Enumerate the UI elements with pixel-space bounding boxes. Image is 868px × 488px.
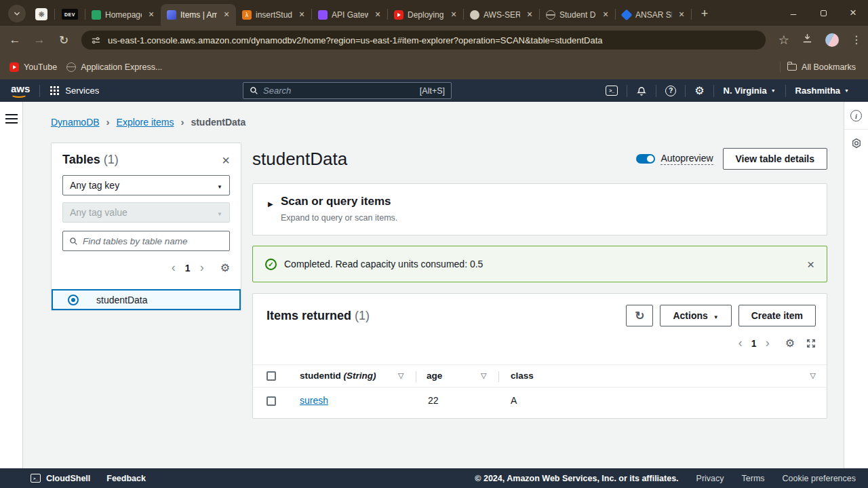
bookmark-application-express[interactable]: Application Express... [66, 62, 162, 72]
settings-button[interactable] [686, 84, 713, 97]
window-minimize-button[interactable] [778, 0, 808, 26]
tables-panel: Tables (1) Any tag key Any tag value [51, 143, 241, 311]
actions-dropdown-button[interactable]: Actions [660, 305, 731, 326]
find-tables-search[interactable] [62, 231, 230, 251]
back-button[interactable]: ← [5, 33, 24, 47]
items-returned-panel: Items returned (1) Actions Create item 1 [252, 293, 827, 419]
scan-query-section[interactable]: Scan or query items Expand to query or s… [252, 183, 827, 236]
create-item-button[interactable]: Create item [738, 305, 816, 326]
preferences-gear-icon[interactable] [785, 337, 795, 350]
radio-selected-icon[interactable] [68, 295, 79, 305]
next-page-icon[interactable] [200, 261, 204, 275]
tab-student-d[interactable]: Student D [540, 4, 615, 26]
column-header-studentid: studentid (String) [300, 371, 376, 381]
blue-diamond-icon [622, 10, 631, 20]
window-close-button[interactable] [838, 0, 868, 26]
console-search-input[interactable] [263, 86, 415, 96]
column-filter-icon[interactable] [481, 371, 486, 380]
tab-ansar[interactable]: ANSAR SH [616, 4, 691, 26]
page-number[interactable]: 1 [751, 338, 757, 349]
tab-search-button[interactable] [8, 5, 26, 22]
tab-close-icon[interactable] [296, 10, 307, 20]
tab-close-icon[interactable] [600, 10, 611, 20]
tab-close-icon[interactable] [146, 10, 157, 20]
cloudshell-label: CloudShell [46, 474, 90, 483]
terms-link[interactable]: Terms [742, 474, 765, 483]
breadcrumb-dynamodb[interactable]: DynamoDB [51, 117, 100, 128]
tab-close-icon[interactable] [372, 10, 383, 20]
tag-key-dropdown[interactable]: Any tag key [62, 175, 230, 195]
tab-api-gateway[interactable]: API Gatew [312, 4, 387, 26]
refresh-button[interactable] [626, 305, 653, 326]
tab-close-icon[interactable] [221, 10, 232, 20]
previous-page-icon[interactable] [738, 336, 743, 350]
banner-close-icon[interactable] [807, 258, 814, 271]
pinned-tab-dev[interactable]: DEV [55, 4, 85, 24]
select-all-checkbox[interactable] [267, 371, 276, 381]
reload-button[interactable] [54, 33, 73, 48]
search-icon [69, 237, 78, 246]
tab-close-icon[interactable] [448, 10, 459, 20]
forward-button[interactable]: → [30, 33, 49, 47]
feedback-link[interactable]: Feedback [106, 474, 146, 483]
tab-insertstudent[interactable]: insertStud [236, 4, 311, 26]
account-menu[interactable]: Rashmitha [786, 86, 859, 96]
next-page-icon[interactable] [766, 336, 770, 350]
help-button[interactable] [656, 86, 685, 96]
window-maximize-button[interactable] [808, 0, 838, 26]
console-search-box[interactable]: [Alt+S] [243, 82, 452, 99]
tab-close-icon[interactable] [676, 10, 687, 20]
new-tab-button[interactable] [696, 5, 713, 22]
pinned-tab-extension[interactable] [28, 4, 54, 24]
row-checkbox[interactable] [267, 396, 276, 406]
cloudshell-button[interactable] [597, 86, 627, 96]
column-filter-icon[interactable] [810, 371, 816, 380]
tag-value-value: Any tag value [70, 207, 127, 218]
preferences-gear-icon[interactable] [220, 261, 230, 274]
downloads-icon[interactable] [802, 33, 813, 48]
all-bookmarks-button[interactable]: All Bookmarks [787, 62, 856, 72]
cookie-preferences-link[interactable]: Cookie preferences [783, 474, 856, 483]
view-table-details-button[interactable]: View table details [723, 148, 827, 170]
aws-console-header: aws Services [Alt+S] N. Virginia [0, 79, 868, 102]
resources-hexagon-icon[interactable] [850, 137, 863, 152]
address-bar[interactable]: us-east-1.console.aws.amazon.com/dynamod… [81, 31, 766, 50]
items-table-header: studentid (String) age class [253, 364, 827, 388]
bookmark-star-icon[interactable] [778, 33, 789, 48]
page-title: studentData [252, 149, 347, 170]
table-list-item-selected[interactable]: studentData [52, 289, 241, 310]
bookmark-youtube[interactable]: YouTube [9, 62, 57, 72]
autopreview-toggle[interactable] [636, 154, 655, 164]
privacy-link[interactable]: Privacy [696, 474, 724, 483]
column-label: studentid [300, 371, 341, 381]
previous-page-icon[interactable] [172, 261, 176, 275]
aws-logo[interactable]: aws [11, 83, 30, 98]
url-text: us-east-1.console.aws.amazon.com/dynamod… [108, 35, 603, 45]
footer-cloudshell-button[interactable]: CloudShell [31, 474, 90, 483]
profile-avatar[interactable] [825, 33, 839, 47]
tab-homepage[interactable]: Homepage [85, 4, 161, 26]
services-menu-button[interactable]: Services [40, 79, 108, 102]
browser-menu-icon[interactable] [851, 33, 862, 47]
page-number[interactable]: 1 [185, 263, 191, 274]
success-banner: Completed. Read capacity units consumed:… [252, 246, 827, 282]
table-row[interactable]: suresh 22 A [253, 388, 827, 415]
item-studentid-link[interactable]: suresh [300, 395, 328, 406]
folder-icon [787, 64, 797, 71]
chevron-down-icon [13, 10, 21, 18]
fullscreen-expand-icon[interactable] [806, 339, 816, 348]
notifications-button[interactable] [627, 86, 656, 96]
expand-triangle-icon[interactable] [268, 200, 273, 208]
tab-deploying[interactable]: Deploying [388, 4, 463, 26]
autopreview-label[interactable]: Autopreview [660, 153, 713, 165]
close-panel-icon[interactable] [222, 153, 230, 167]
tab-items-active[interactable]: Items | Am [161, 4, 236, 26]
hamburger-menu-icon[interactable] [5, 118, 18, 119]
find-tables-input[interactable] [83, 236, 223, 246]
tab-aws-serv[interactable]: AWS-SERV [464, 4, 539, 26]
info-panel-icon[interactable] [850, 110, 862, 121]
column-filter-icon[interactable] [398, 371, 403, 380]
breadcrumb-explore-items[interactable]: Explore items [117, 117, 174, 128]
tab-close-icon[interactable] [524, 10, 535, 20]
region-selector[interactable]: N. Virginia [714, 86, 785, 96]
